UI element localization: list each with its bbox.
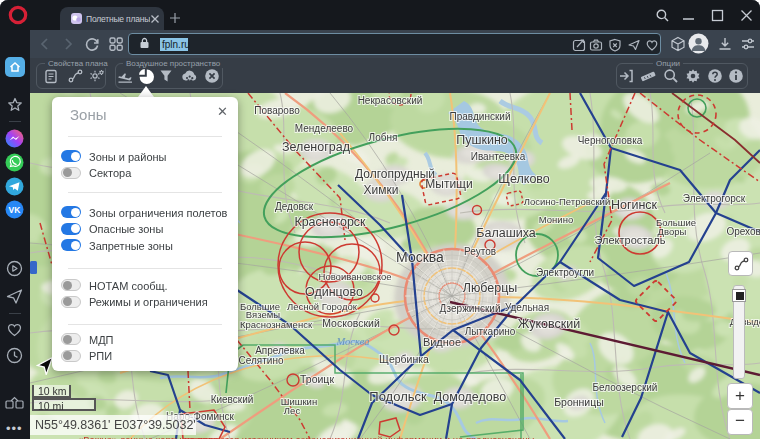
svg-text:Менделеево: Менделеево — [295, 123, 354, 134]
svg-text:Дворы: Дворы — [658, 226, 687, 237]
svg-text:Орехово-: Орехово- — [726, 226, 760, 237]
svg-text:Жуковский: Жуковский — [518, 317, 580, 331]
svg-text:VK: VK — [9, 205, 22, 215]
svg-text:Красногорск: Красногорск — [294, 215, 366, 229]
svg-text:Лосино-Петровский: Лосино-Петровский — [524, 196, 610, 207]
svg-text:Химки: Химки — [364, 183, 399, 197]
svg-text:Пушкино: Пушкино — [456, 133, 508, 147]
svg-text:Краснознаменск: Краснознаменск — [240, 319, 313, 330]
svg-text:Дедовск: Дедовск — [275, 201, 314, 212]
svg-text:Удельная: Удельная — [505, 302, 549, 313]
svg-text:Киевский: Киевский — [211, 394, 254, 405]
svg-text:Люберцы: Люберцы — [463, 281, 518, 295]
svg-text:Подольск: Подольск — [369, 389, 427, 404]
svg-text:Домодедово: Домодедово — [434, 390, 507, 404]
svg-text:Щелково: Щелково — [498, 172, 550, 186]
svg-text:Реутов: Реутов — [464, 246, 496, 257]
svg-text:Балашиха: Балашиха — [476, 226, 536, 240]
svg-text:Ивантеевка: Ивантеевка — [471, 151, 526, 162]
svg-text:Долгопрудный: Долгопрудный — [355, 167, 435, 181]
svg-text:Монино: Монино — [539, 214, 573, 225]
svg-text:Московский: Московский — [322, 317, 380, 329]
svg-text:Дзержинский: Дзержинский — [439, 303, 500, 314]
svg-text:Москва: Москва — [335, 336, 369, 347]
svg-text:Правдинский: Правдинский — [449, 111, 510, 122]
svg-text:Щербинка: Щербинка — [379, 353, 429, 365]
svg-text:Видное: Видное — [423, 336, 461, 348]
svg-text:Лыткарино: Лыткарино — [465, 326, 516, 337]
svg-text:Лобня: Лобня — [369, 132, 398, 143]
svg-text:Селятино: Селятино — [239, 355, 284, 366]
svg-text:Мытищи: Мытищи — [425, 177, 472, 191]
svg-text:Москва: Москва — [396, 249, 444, 265]
svg-text:Троицк: Троицк — [300, 373, 334, 385]
svg-text:Зеленоград: Зеленоград — [282, 140, 351, 154]
svg-text:Новоивановское: Новоивановское — [319, 271, 392, 282]
svg-text:Лес: Лес — [284, 405, 301, 416]
svg-text:Черноголовка: Черноголовка — [578, 135, 643, 146]
svg-text:Лесной Городок: Лесной Городок — [287, 301, 358, 312]
svg-text:Электрогорск: Электрогорск — [683, 193, 746, 204]
svg-text:Электросталь: Электросталь — [595, 234, 666, 246]
svg-text:Белоозерский: Белоозерский — [593, 382, 658, 393]
svg-text:Бронницы: Бронницы — [554, 396, 604, 408]
svg-text:Ногинск: Ногинск — [611, 198, 658, 212]
svg-text:Некрасовский: Некрасовский — [358, 95, 423, 106]
svg-text:Поварово: Поварово — [254, 105, 300, 116]
svg-text:Одинцово: Одинцово — [305, 285, 363, 299]
svg-text:Электроугли: Электроугли — [536, 267, 594, 278]
